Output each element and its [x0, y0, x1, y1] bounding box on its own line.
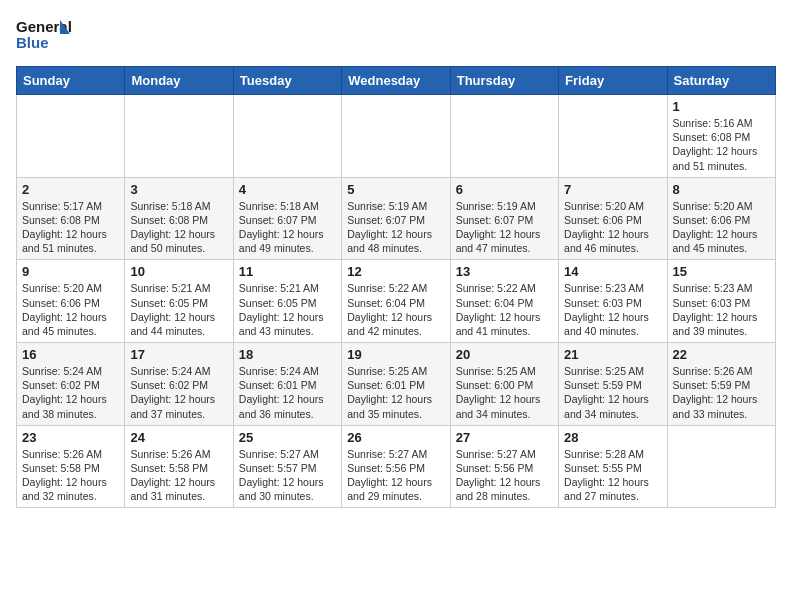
- day-info: Sunrise: 5:17 AM Sunset: 6:08 PM Dayligh…: [22, 199, 119, 256]
- calendar-cell: 25Sunrise: 5:27 AM Sunset: 5:57 PM Dayli…: [233, 425, 341, 508]
- calendar-cell: 4Sunrise: 5:18 AM Sunset: 6:07 PM Daylig…: [233, 177, 341, 260]
- calendar-cell: [125, 95, 233, 178]
- day-number: 4: [239, 182, 336, 197]
- calendar-header-row: SundayMondayTuesdayWednesdayThursdayFrid…: [17, 67, 776, 95]
- header-friday: Friday: [559, 67, 667, 95]
- calendar-cell: 1Sunrise: 5:16 AM Sunset: 6:08 PM Daylig…: [667, 95, 775, 178]
- calendar-cell: [559, 95, 667, 178]
- calendar-cell: 11Sunrise: 5:21 AM Sunset: 6:05 PM Dayli…: [233, 260, 341, 343]
- day-info: Sunrise: 5:25 AM Sunset: 5:59 PM Dayligh…: [564, 364, 661, 421]
- day-info: Sunrise: 5:23 AM Sunset: 6:03 PM Dayligh…: [673, 281, 770, 338]
- calendar-cell: 10Sunrise: 5:21 AM Sunset: 6:05 PM Dayli…: [125, 260, 233, 343]
- day-info: Sunrise: 5:26 AM Sunset: 5:59 PM Dayligh…: [673, 364, 770, 421]
- day-number: 15: [673, 264, 770, 279]
- calendar-week-row: 16Sunrise: 5:24 AM Sunset: 6:02 PM Dayli…: [17, 343, 776, 426]
- header-tuesday: Tuesday: [233, 67, 341, 95]
- header-sunday: Sunday: [17, 67, 125, 95]
- calendar-cell: 19Sunrise: 5:25 AM Sunset: 6:01 PM Dayli…: [342, 343, 450, 426]
- day-number: 7: [564, 182, 661, 197]
- calendar-cell: [342, 95, 450, 178]
- header-thursday: Thursday: [450, 67, 558, 95]
- day-number: 24: [130, 430, 227, 445]
- day-info: Sunrise: 5:20 AM Sunset: 6:06 PM Dayligh…: [564, 199, 661, 256]
- day-number: 27: [456, 430, 553, 445]
- day-number: 17: [130, 347, 227, 362]
- calendar-cell: 28Sunrise: 5:28 AM Sunset: 5:55 PM Dayli…: [559, 425, 667, 508]
- svg-text:Blue: Blue: [16, 34, 49, 51]
- day-info: Sunrise: 5:20 AM Sunset: 6:06 PM Dayligh…: [673, 199, 770, 256]
- day-number: 5: [347, 182, 444, 197]
- calendar-cell: 8Sunrise: 5:20 AM Sunset: 6:06 PM Daylig…: [667, 177, 775, 260]
- calendar-cell: 13Sunrise: 5:22 AM Sunset: 6:04 PM Dayli…: [450, 260, 558, 343]
- day-info: Sunrise: 5:25 AM Sunset: 6:01 PM Dayligh…: [347, 364, 444, 421]
- logo-svg: GeneralBlue: [16, 16, 76, 54]
- day-number: 9: [22, 264, 119, 279]
- day-number: 1: [673, 99, 770, 114]
- calendar-cell: 21Sunrise: 5:25 AM Sunset: 5:59 PM Dayli…: [559, 343, 667, 426]
- day-number: 2: [22, 182, 119, 197]
- calendar-cell: [233, 95, 341, 178]
- day-number: 18: [239, 347, 336, 362]
- day-number: 25: [239, 430, 336, 445]
- day-number: 3: [130, 182, 227, 197]
- calendar-cell: 15Sunrise: 5:23 AM Sunset: 6:03 PM Dayli…: [667, 260, 775, 343]
- day-info: Sunrise: 5:27 AM Sunset: 5:56 PM Dayligh…: [347, 447, 444, 504]
- day-info: Sunrise: 5:25 AM Sunset: 6:00 PM Dayligh…: [456, 364, 553, 421]
- calendar-table: SundayMondayTuesdayWednesdayThursdayFrid…: [16, 66, 776, 508]
- day-info: Sunrise: 5:24 AM Sunset: 6:02 PM Dayligh…: [22, 364, 119, 421]
- calendar-week-row: 1Sunrise: 5:16 AM Sunset: 6:08 PM Daylig…: [17, 95, 776, 178]
- logo: GeneralBlue: [16, 16, 76, 54]
- calendar-cell: 18Sunrise: 5:24 AM Sunset: 6:01 PM Dayli…: [233, 343, 341, 426]
- day-info: Sunrise: 5:20 AM Sunset: 6:06 PM Dayligh…: [22, 281, 119, 338]
- day-number: 16: [22, 347, 119, 362]
- day-info: Sunrise: 5:18 AM Sunset: 6:08 PM Dayligh…: [130, 199, 227, 256]
- calendar-week-row: 9Sunrise: 5:20 AM Sunset: 6:06 PM Daylig…: [17, 260, 776, 343]
- calendar-cell: 14Sunrise: 5:23 AM Sunset: 6:03 PM Dayli…: [559, 260, 667, 343]
- day-info: Sunrise: 5:21 AM Sunset: 6:05 PM Dayligh…: [239, 281, 336, 338]
- day-number: 21: [564, 347, 661, 362]
- day-number: 23: [22, 430, 119, 445]
- day-number: 14: [564, 264, 661, 279]
- day-number: 26: [347, 430, 444, 445]
- calendar-cell: 22Sunrise: 5:26 AM Sunset: 5:59 PM Dayli…: [667, 343, 775, 426]
- page-header: GeneralBlue: [16, 16, 776, 54]
- day-info: Sunrise: 5:24 AM Sunset: 6:02 PM Dayligh…: [130, 364, 227, 421]
- day-number: 22: [673, 347, 770, 362]
- calendar-cell: 12Sunrise: 5:22 AM Sunset: 6:04 PM Dayli…: [342, 260, 450, 343]
- day-number: 20: [456, 347, 553, 362]
- calendar-cell: 5Sunrise: 5:19 AM Sunset: 6:07 PM Daylig…: [342, 177, 450, 260]
- day-number: 28: [564, 430, 661, 445]
- header-saturday: Saturday: [667, 67, 775, 95]
- day-info: Sunrise: 5:23 AM Sunset: 6:03 PM Dayligh…: [564, 281, 661, 338]
- calendar-cell: [667, 425, 775, 508]
- calendar-cell: 2Sunrise: 5:17 AM Sunset: 6:08 PM Daylig…: [17, 177, 125, 260]
- calendar-cell: 16Sunrise: 5:24 AM Sunset: 6:02 PM Dayli…: [17, 343, 125, 426]
- calendar-week-row: 2Sunrise: 5:17 AM Sunset: 6:08 PM Daylig…: [17, 177, 776, 260]
- day-info: Sunrise: 5:22 AM Sunset: 6:04 PM Dayligh…: [347, 281, 444, 338]
- day-number: 13: [456, 264, 553, 279]
- calendar-cell: [450, 95, 558, 178]
- day-number: 12: [347, 264, 444, 279]
- day-info: Sunrise: 5:27 AM Sunset: 5:57 PM Dayligh…: [239, 447, 336, 504]
- day-number: 19: [347, 347, 444, 362]
- day-number: 6: [456, 182, 553, 197]
- calendar-cell: 23Sunrise: 5:26 AM Sunset: 5:58 PM Dayli…: [17, 425, 125, 508]
- header-monday: Monday: [125, 67, 233, 95]
- day-info: Sunrise: 5:19 AM Sunset: 6:07 PM Dayligh…: [456, 199, 553, 256]
- day-info: Sunrise: 5:19 AM Sunset: 6:07 PM Dayligh…: [347, 199, 444, 256]
- day-number: 10: [130, 264, 227, 279]
- day-info: Sunrise: 5:21 AM Sunset: 6:05 PM Dayligh…: [130, 281, 227, 338]
- day-info: Sunrise: 5:26 AM Sunset: 5:58 PM Dayligh…: [130, 447, 227, 504]
- calendar-cell: 7Sunrise: 5:20 AM Sunset: 6:06 PM Daylig…: [559, 177, 667, 260]
- calendar-cell: 20Sunrise: 5:25 AM Sunset: 6:00 PM Dayli…: [450, 343, 558, 426]
- calendar-cell: 3Sunrise: 5:18 AM Sunset: 6:08 PM Daylig…: [125, 177, 233, 260]
- calendar-cell: [17, 95, 125, 178]
- day-number: 11: [239, 264, 336, 279]
- day-info: Sunrise: 5:18 AM Sunset: 6:07 PM Dayligh…: [239, 199, 336, 256]
- calendar-week-row: 23Sunrise: 5:26 AM Sunset: 5:58 PM Dayli…: [17, 425, 776, 508]
- calendar-cell: 27Sunrise: 5:27 AM Sunset: 5:56 PM Dayli…: [450, 425, 558, 508]
- header-wednesday: Wednesday: [342, 67, 450, 95]
- day-info: Sunrise: 5:28 AM Sunset: 5:55 PM Dayligh…: [564, 447, 661, 504]
- calendar-cell: 26Sunrise: 5:27 AM Sunset: 5:56 PM Dayli…: [342, 425, 450, 508]
- calendar-cell: 9Sunrise: 5:20 AM Sunset: 6:06 PM Daylig…: [17, 260, 125, 343]
